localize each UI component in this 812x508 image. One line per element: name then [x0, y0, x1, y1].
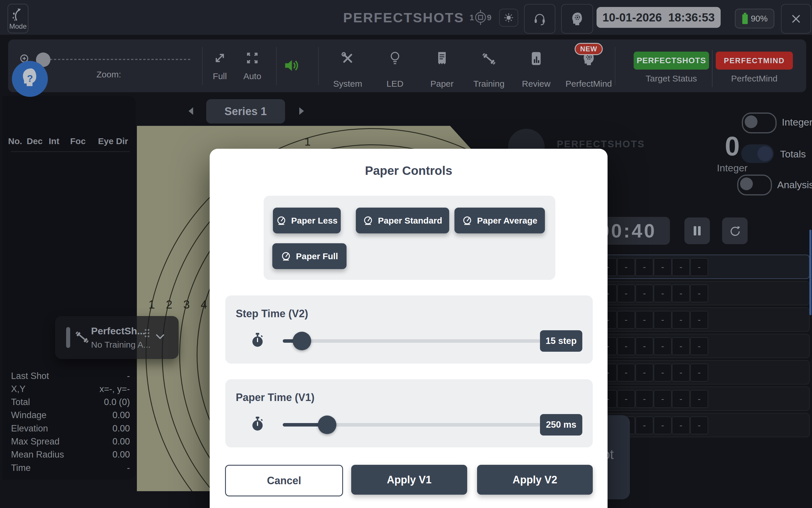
pause-icon: [693, 225, 701, 236]
zoom-label: Zoom:: [87, 70, 130, 79]
mode-label: Mode: [9, 22, 27, 31]
training-icon: [481, 51, 497, 67]
target-ring-number: 3: [183, 298, 190, 311]
toolbar-item-label: System: [333, 79, 362, 89]
stat-value: 0.00: [113, 423, 130, 434]
training-selector-card[interactable]: PerfectSh... No Training A...: [55, 316, 179, 359]
paper-mode-button-paper-standard[interactable]: Paper Standard: [356, 208, 449, 234]
stat-value: 0.00: [113, 436, 130, 447]
score-cell: -: [690, 390, 708, 408]
step-time-slider-track[interactable]: [283, 339, 541, 343]
shots-panel: No.DecIntFocEyeDir Last Shot-X,Yx=-, y=-…: [2, 96, 136, 479]
mode-button[interactable]: Mode: [7, 4, 29, 33]
headset-button[interactable]: [524, 4, 555, 34]
toolbar-divider: [615, 47, 615, 85]
paper-time-panel: Paper Time (V1) 250 ms: [225, 379, 593, 448]
pause-button[interactable]: [684, 217, 710, 244]
stat-row: Mean Radius0.00: [11, 448, 130, 461]
battery-status: 90%: [735, 9, 774, 29]
stat-row: Total0.0 (0): [11, 396, 130, 409]
column-header: Dec: [27, 136, 43, 146]
totals-toggle-label: Totals: [780, 149, 806, 160]
auto-button[interactable]: Auto: [229, 51, 275, 81]
app-window: Mode PERFECTSHOTS 1 9: [0, 0, 812, 508]
stat-value: -: [127, 463, 130, 473]
restart-button[interactable]: [722, 217, 747, 244]
apply-v2-button[interactable]: Apply V2: [477, 465, 593, 495]
paper-mode-button-paper-full[interactable]: Paper Full: [272, 243, 347, 269]
analysis-toggle[interactable]: [737, 175, 772, 196]
paper-mode-button-paper-average[interactable]: Paper Average: [455, 208, 545, 234]
series-tab[interactable]: Series 1: [206, 99, 285, 124]
gauge-icon: [363, 216, 373, 225]
drag-dots-icon: [144, 328, 150, 338]
paper-mode-button-paper-less[interactable]: Paper Less: [273, 208, 341, 234]
score-cell: -: [690, 416, 708, 434]
brightness-button[interactable]: [499, 9, 518, 27]
close-icon: [791, 14, 801, 24]
toolbar-item-system[interactable]: System: [323, 51, 372, 89]
target-ring-number: 1: [148, 298, 155, 311]
apply-v1-button[interactable]: Apply V1: [351, 465, 467, 495]
integer-counter-label: Integer: [712, 162, 753, 174]
score-cell: -: [635, 364, 653, 382]
auto-label: Auto: [243, 71, 261, 81]
gauge-icon: [462, 216, 472, 225]
led-icon: [389, 51, 401, 67]
totals-toggle[interactable]: [741, 144, 774, 163]
stat-label: Max Spread: [11, 436, 59, 447]
header-divider: [11, 151, 130, 152]
paper-mode-label: Paper Average: [477, 216, 538, 225]
full-arrows-icon: [213, 51, 227, 65]
step-time-slider-thumb[interactable]: [293, 332, 311, 350]
stat-label: X,Y: [11, 384, 26, 394]
toolbar-item-led[interactable]: LED: [370, 51, 420, 89]
training-card-title: PerfectSh...: [91, 325, 145, 337]
cancel-button[interactable]: Cancel: [225, 465, 343, 496]
column-header: Foc: [70, 136, 86, 146]
review-icon: [530, 51, 543, 67]
modal-title: Paper Controls: [210, 164, 607, 178]
chevron-down-icon[interactable]: [154, 332, 166, 341]
brightness-icon: [504, 13, 514, 23]
score-cell: -: [617, 285, 635, 302]
score-cell: -: [617, 337, 635, 355]
help-button[interactable]: ?: [12, 61, 48, 97]
score-cell: -: [617, 258, 635, 276]
integer-counter: 0: [719, 131, 745, 162]
mind-button[interactable]: [561, 4, 593, 34]
target-status-button[interactable]: PERFECTSHOTS: [634, 52, 709, 70]
step-time-title: Step Time (V2): [236, 308, 308, 320]
toolbar-item-label: Training: [473, 79, 504, 89]
scrollbar-indicator[interactable]: [809, 230, 811, 315]
stat-row: Last Shot-: [11, 369, 130, 382]
button-divider: [712, 50, 713, 87]
stopwatch-icon: [251, 416, 264, 431]
perfectmind-button[interactable]: PERFECTMIND: [716, 52, 793, 70]
series-prev-arrow[interactable]: [187, 106, 194, 116]
paper-icon: [436, 51, 448, 67]
paper-time-slider-thumb[interactable]: [318, 416, 336, 434]
zoom-slider-track[interactable]: [38, 59, 191, 60]
perfectmind-label: PerfectMind: [716, 74, 793, 84]
toolbar-item-training[interactable]: Training: [464, 51, 514, 89]
speaker-button[interactable]: [283, 57, 300, 74]
toolbar-item-review[interactable]: Review: [512, 51, 561, 89]
score-cell: -: [635, 258, 653, 276]
close-button[interactable]: [781, 4, 811, 34]
full-label: Full: [213, 71, 227, 81]
score-cell: -: [635, 390, 653, 408]
series-next-arrow[interactable]: [298, 106, 305, 116]
score-cell: -: [635, 337, 653, 355]
score-cell: -: [654, 311, 672, 329]
toolbar-item-perfectmind[interactable]: NEWPerfectMind: [564, 51, 613, 89]
stat-label: Windage: [11, 410, 46, 420]
stat-row: X,Yx=-, y=-: [11, 382, 130, 395]
score-cell: -: [672, 416, 690, 434]
toolbar-divider: [318, 47, 319, 85]
score-cell: -: [690, 364, 708, 382]
integer-toggle[interactable]: [742, 113, 777, 133]
paper-time-value: 250 ms: [540, 414, 582, 435]
score-cell: -: [672, 258, 690, 276]
toolbar-item-paper[interactable]: Paper: [417, 51, 467, 89]
